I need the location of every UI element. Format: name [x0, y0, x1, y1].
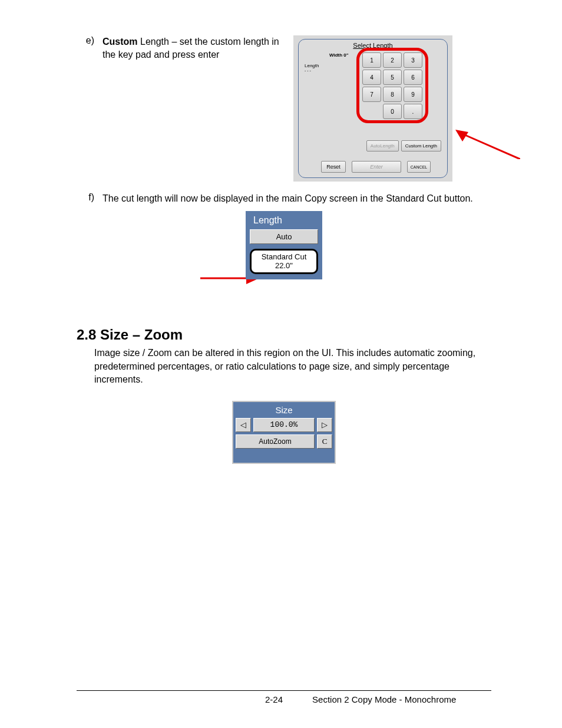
section-heading: 2.8 Size – Zoom: [77, 327, 491, 343]
key-7[interactable]: 7: [362, 87, 381, 102]
key-9[interactable]: 9: [404, 87, 422, 102]
select-length-frame: Select Length Width 0" Length - - - 1 2 …: [298, 39, 448, 178]
page-number: 2-24: [265, 694, 283, 704]
width-label: Width 0": [329, 52, 349, 58]
autolength-button[interactable]: AutoLength: [366, 140, 399, 151]
cancel-button[interactable]: CANCEL: [407, 161, 431, 173]
key-3[interactable]: 3: [404, 52, 422, 68]
standard-cut-label: Standard Cut: [253, 253, 315, 262]
arrow-icon: [455, 130, 520, 159]
svg-marker-1: [455, 130, 468, 141]
zoom-percent-button[interactable]: 100.0%: [253, 418, 315, 432]
size-strip: [236, 451, 332, 460]
enter-button[interactable]: Enter: [352, 161, 401, 173]
zoom-decrease-button[interactable]: ◁: [236, 418, 251, 432]
key-2[interactable]: 2: [383, 52, 402, 68]
size-widget-wrap: Size ◁ 100.0% ▷ AutoZoom C: [77, 401, 491, 464]
key-4[interactable]: 4: [362, 70, 381, 85]
custom-length-button[interactable]: Custom Length: [401, 140, 441, 151]
list-text: The cut length will now be displayed in …: [103, 192, 491, 205]
dialog-buttons: Reset Enter CANCEL: [303, 161, 442, 173]
select-length-title: Select Length: [299, 42, 447, 49]
key-5[interactable]: 5: [383, 70, 402, 85]
zoom-increase-button[interactable]: ▷: [317, 418, 332, 432]
custom-bold: Custom: [103, 37, 138, 47]
key-dot[interactable]: .: [404, 104, 422, 119]
key-0[interactable]: 0: [383, 104, 402, 119]
size-row-2: AutoZoom C: [236, 434, 332, 449]
auto-button[interactable]: Auto: [250, 229, 318, 244]
footer-rule: [77, 690, 491, 691]
length-header: Length: [249, 214, 319, 229]
list-text: Custom Length – set the custom length in…: [103, 35, 279, 61]
length-widget-wrap: Length Auto Standard Cut 22.0": [77, 211, 491, 280]
list-item-e: e) Custom Length – set the custom length…: [77, 35, 491, 182]
keypad: 1 2 3 4 5 6 7 8 9 0 .: [362, 52, 422, 119]
zoom-c-button[interactable]: C: [317, 434, 332, 449]
page-footer: 2-24 Section 2 Copy Mode - Monochrome: [77, 690, 491, 704]
size-inner: Size ◁ 100.0% ▷ AutoZoom C: [233, 402, 335, 463]
standard-cut-button[interactable]: Standard Cut 22.0": [250, 249, 318, 275]
document-page: e) Custom Length – set the custom length…: [0, 0, 562, 728]
select-length-panel: Select Length Width 0" Length - - - 1 2 …: [293, 35, 452, 182]
size-header: Size: [236, 404, 332, 418]
section-body: Image size / Zoom can be altered in this…: [94, 347, 491, 386]
list-item-f: f) The cut length will now be displayed …: [77, 192, 491, 205]
list-letter: f): [77, 192, 94, 203]
length-label: Length - - -: [305, 63, 319, 73]
svg-line-0: [464, 134, 520, 159]
length-widget: Length Auto Standard Cut 22.0": [246, 211, 322, 280]
size-widget: Size ◁ 100.0% ▷ AutoZoom C: [232, 401, 336, 464]
size-row-1: ◁ 100.0% ▷: [236, 418, 332, 432]
footer-line: 2-24 Section 2 Copy Mode - Monochrome: [77, 694, 491, 704]
footer-section: Section 2 Copy Mode - Monochrome: [312, 694, 456, 704]
key-1[interactable]: 1: [362, 52, 381, 68]
list-letter: e): [77, 35, 94, 46]
autozoom-button[interactable]: AutoZoom: [236, 434, 315, 449]
key-8[interactable]: 8: [383, 87, 402, 102]
length-mode-buttons: AutoLength Custom Length: [366, 140, 441, 151]
standard-cut-value: 22.0": [253, 262, 315, 271]
key-6[interactable]: 6: [404, 70, 422, 85]
reset-button[interactable]: Reset: [321, 161, 346, 173]
